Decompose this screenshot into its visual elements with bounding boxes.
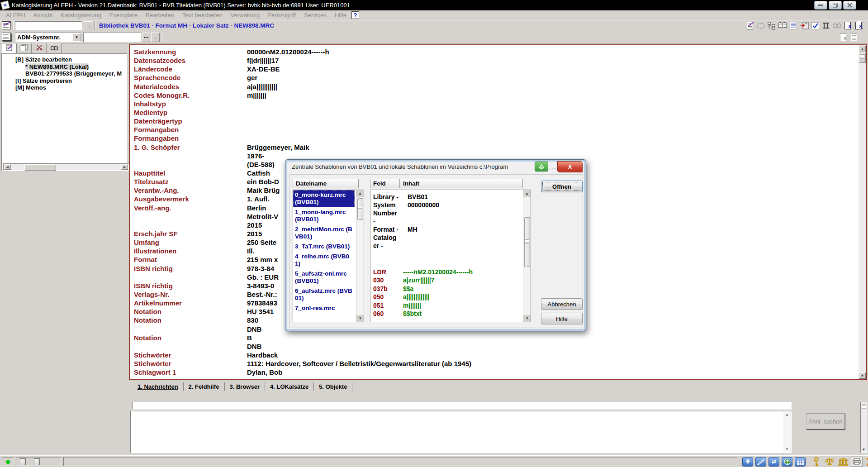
tab-clip[interactable] bbox=[32, 43, 47, 53]
template-file-item[interactable]: 6_aufsatz.mrc (BVB01) bbox=[293, 286, 355, 303]
marc-field-row[interactable]: Ländercode036aaXA-DE-BE bbox=[130, 65, 849, 73]
field-value[interactable]: DNB bbox=[247, 342, 262, 351]
template-file-item[interactable]: 2_mehrtMon.mrc (BVB01) bbox=[293, 224, 355, 242]
printer-icon[interactable] bbox=[851, 457, 863, 467]
menu-item[interactable]: Services bbox=[300, 10, 331, 20]
field-column-header[interactable]: Feld bbox=[370, 179, 400, 188]
menu-item[interactable]: Exemplare bbox=[105, 10, 142, 20]
template-file-item[interactable]: 0_mono-kurz.mrc (BVB01) bbox=[293, 190, 355, 207]
close-record-disabled-icon[interactable]: x bbox=[838, 33, 849, 42]
menu-item[interactable]: Hilfe bbox=[331, 10, 351, 20]
cancel-button[interactable]: Abbrechen bbox=[541, 298, 583, 310]
exit-icon[interactable] bbox=[799, 21, 810, 30]
field-value[interactable]: 3-8493-0 bbox=[247, 281, 274, 290]
field-value[interactable]: Maik Brüg bbox=[247, 186, 280, 195]
marc-field-row[interactable]: Formangaben064ba bbox=[130, 134, 849, 143]
field-value[interactable]: 1112: Hardcover, Softcover / Belletristi… bbox=[247, 359, 471, 368]
browse-ellipsis-button[interactable]: ... bbox=[142, 33, 150, 42]
field-value[interactable]: 2015 bbox=[247, 229, 262, 238]
field-value[interactable]: f||dr||||||17 bbox=[247, 56, 279, 65]
minimize-button[interactable] bbox=[814, 1, 827, 10]
template-file-item[interactable]: 3_TaT.mrc (BVB01) bbox=[293, 242, 355, 252]
marc-field-row[interactable]: Formangaben064aa bbox=[130, 125, 849, 134]
record-notepad-icon[interactable] bbox=[2, 21, 11, 29]
menu-item[interactable]: Fernzugriff bbox=[264, 10, 300, 20]
editor-vertical-scrollbar[interactable]: ▲ ▼ bbox=[859, 45, 866, 379]
preview-scrollbar[interactable]: ▲ ▼ bbox=[523, 190, 531, 322]
marc-icon[interactable]: MARC bbox=[755, 457, 766, 467]
close-all-records-icon[interactable]: x bbox=[853, 21, 864, 30]
tab-edit-records[interactable] bbox=[2, 43, 17, 53]
field-value[interactable]: Berlin bbox=[247, 204, 266, 212]
field-value[interactable]: 97838493 bbox=[247, 299, 277, 307]
scroll-down-icon[interactable]: ▼ bbox=[861, 447, 866, 452]
scroll-down-icon[interactable]: ▼ bbox=[859, 372, 866, 379]
key-icon[interactable] bbox=[810, 457, 822, 467]
marc-field-row[interactable]: d1976- bbox=[130, 152, 849, 160]
field-value[interactable]: Catfish bbox=[247, 169, 270, 177]
grid-icon[interactable] bbox=[795, 457, 806, 467]
preview-scroll-thumb[interactable] bbox=[524, 217, 530, 267]
open-book-icon[interactable] bbox=[777, 21, 788, 30]
tree-scroll-thumb[interactable] bbox=[24, 164, 56, 171]
marc-field-row[interactable]: Datensatzcodes030f||dr||||||17 bbox=[130, 56, 849, 65]
field-value[interactable]: XA-DE-BE bbox=[247, 65, 280, 73]
marc-field-row[interactable]: Medientyp061b bbox=[130, 108, 849, 117]
help-button[interactable]: Hilfe bbox=[541, 313, 583, 324]
marc-field-row[interactable]: Datenträgertyp062b bbox=[130, 117, 849, 125]
template-badge-icon[interactable] bbox=[535, 162, 548, 172]
field-value[interactable]: Gb. : EUR bbox=[247, 273, 279, 281]
file-column-header[interactable]: Dateiname bbox=[293, 179, 359, 188]
template-file-list[interactable]: 0_mono-kurz.mrc (BVB01)1_mono-lang.mrc (… bbox=[293, 190, 364, 322]
field-value[interactable]: B bbox=[247, 334, 252, 342]
tree-item[interactable]: − * NEW898.MRC (Lokal) bbox=[2, 63, 127, 71]
check-record-icon[interactable] bbox=[810, 21, 821, 30]
editor-scroll-thumb[interactable] bbox=[859, 53, 866, 63]
edit-record-icon[interactable] bbox=[745, 21, 755, 30]
select-lasso-icon[interactable] bbox=[755, 21, 766, 30]
marc-field-row[interactable]: Codes Monogr.R.051m||||||| bbox=[130, 91, 849, 100]
field-value[interactable]: 978-3-84 bbox=[247, 264, 274, 273]
record-jump-input[interactable] bbox=[15, 21, 82, 30]
tree-item[interactable]: − [I] Sätze importieren bbox=[2, 77, 127, 85]
field-value[interactable]: Brüggemeyer, Maik bbox=[247, 143, 309, 152]
menu-item[interactable]: Verwaltung bbox=[227, 10, 264, 20]
tree-structure-icon[interactable] bbox=[766, 21, 777, 30]
similar-search-button[interactable]: Ähnl. suchen bbox=[806, 413, 845, 429]
scroll-left-icon[interactable]: ◄ bbox=[4, 164, 11, 170]
marc-field-row[interactable]: d bbox=[130, 376, 849, 380]
template-file-item[interactable]: 5_aufsatz-onl.mrc (BVB01) bbox=[293, 269, 355, 286]
tab-search[interactable] bbox=[47, 43, 62, 53]
message-list[interactable] bbox=[133, 402, 792, 410]
file-list-scroll-thumb[interactable] bbox=[357, 198, 363, 220]
lower-tab[interactable]: 1. Nachrichten bbox=[133, 382, 184, 391]
workstation-icon[interactable] bbox=[821, 21, 831, 30]
marc-field-row[interactable]: Schlagwort 1902pDylan, Bob bbox=[130, 368, 849, 376]
field-value[interactable]: 250 Seite bbox=[247, 238, 276, 247]
lower-tab[interactable]: 5. Objekte bbox=[314, 382, 352, 391]
field-value[interactable]: a|a||||||||||| bbox=[247, 82, 277, 91]
transfer-icon[interactable]: ⇄ bbox=[768, 457, 779, 467]
tree-item[interactable]: − [B] Sätze bearbeiten bbox=[2, 56, 127, 63]
exit-x-icon[interactable] bbox=[864, 457, 868, 467]
adm-book-icon[interactable] bbox=[2, 33, 11, 41]
search-value-input[interactable] bbox=[83, 33, 141, 42]
marc-field-row[interactable]: Stichwörter720a1112: Hardcover, Softcove… bbox=[130, 359, 849, 368]
open-record-disabled-icon[interactable] bbox=[849, 33, 859, 42]
field-value[interactable]: Dylan, Bob bbox=[247, 368, 282, 376]
dialog-close-button[interactable]: X bbox=[557, 161, 583, 172]
field-list-icon[interactable] bbox=[788, 21, 799, 30]
menu-item[interactable]: ALEPH bbox=[2, 10, 29, 20]
field-value[interactable]: HU 3541 bbox=[247, 307, 274, 316]
scroll-up-icon[interactable]: ▲ bbox=[785, 413, 789, 417]
search-field-selector[interactable]: ADM-Systemnr. ▼ bbox=[15, 33, 81, 42]
marc-field-row[interactable]: SatzkennungLDR00000nM2.01200024------h bbox=[130, 48, 849, 56]
open-button[interactable]: Öffnen bbox=[541, 181, 583, 192]
template-preview[interactable]: Library - BVB01 System Number - 00000000… bbox=[370, 190, 531, 322]
scroll-down-icon[interactable]: ▼ bbox=[785, 447, 789, 451]
lower-tab[interactable]: 2. Feldhilfe bbox=[184, 382, 225, 391]
menu-item[interactable]: Ansicht bbox=[29, 10, 57, 20]
globe-icon[interactable] bbox=[782, 457, 792, 467]
panel-scrollbar[interactable]: ▼ bbox=[860, 402, 867, 453]
template-file-item[interactable]: 4_reihe.mrc (BVB01) bbox=[293, 252, 355, 269]
